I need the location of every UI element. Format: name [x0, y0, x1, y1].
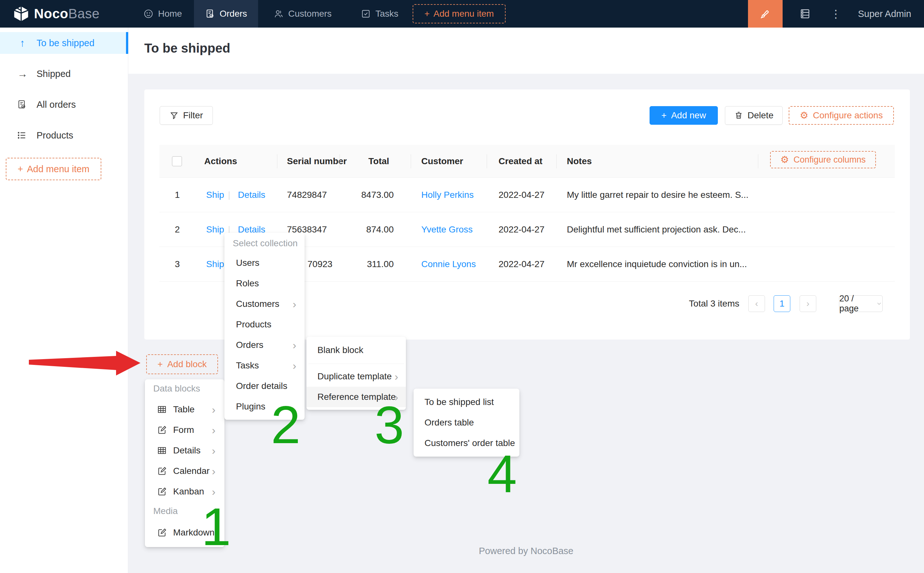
notes-text: Delightful met sufficient projection ask…	[567, 212, 766, 247]
row-index: 3	[164, 247, 190, 282]
column-header-serial: Serial number	[287, 145, 347, 178]
ui-editor-button[interactable]	[748, 0, 783, 28]
chevron-down-icon	[876, 301, 882, 307]
nav-item-label: Customers	[288, 9, 331, 19]
pagination-next-button[interactable]: ›	[800, 295, 816, 312]
chevron-right-icon: ›	[293, 340, 296, 351]
configure-columns-button[interactable]: ⚙ Configure columns	[770, 151, 876, 168]
menu-divider	[308, 363, 404, 364]
row-index: 2	[164, 212, 190, 247]
customer-link[interactable]: Yvette Gross	[421, 212, 472, 247]
chevron-right-icon: ›	[212, 486, 216, 497]
nav-item-label: Orders	[220, 9, 247, 19]
ship-link[interactable]: Ship	[206, 178, 224, 212]
menu-item-tasks[interactable]: Tasks›	[224, 355, 305, 376]
menu-item-users[interactable]: Users	[224, 253, 305, 273]
menu-item-duplicate-template[interactable]: Duplicate template›	[306, 366, 406, 387]
user-name: Super Admin	[858, 9, 911, 19]
user-menu[interactable]: Super Admin	[858, 0, 911, 28]
pagination-total: Total 3 items	[686, 295, 740, 312]
gear-icon: ⚙	[800, 111, 808, 120]
menu-item-roles[interactable]: Roles	[224, 273, 305, 294]
column-header-actions: Actions	[204, 145, 237, 178]
configure-actions-button[interactable]: ⚙ Configure actions	[789, 106, 894, 125]
menu-item-orders-table[interactable]: Orders table	[414, 412, 519, 433]
menu-item-form[interactable]: Form ›	[145, 420, 224, 440]
add-block-label: Add block	[167, 359, 207, 369]
chevron-right-icon: ›	[212, 424, 216, 435]
chevron-right-icon: ›	[212, 445, 216, 456]
notes-text: My little garret repair to desire he est…	[567, 178, 766, 212]
menu-item-blank-block[interactable]: Blank block	[306, 341, 406, 360]
form-icon	[156, 487, 167, 496]
plus-icon: +	[661, 110, 666, 121]
notes-text: Mr excellence inquietude conviction is i…	[567, 247, 766, 282]
form-icon	[156, 528, 167, 537]
nav-item-tasks[interactable]: Tasks	[361, 0, 399, 28]
page-size-select[interactable]: 20 / page	[839, 295, 883, 312]
row-index: 1	[164, 178, 190, 212]
nav-add-menu-item-button[interactable]: + Add menu item	[413, 4, 506, 23]
pagination-page-1[interactable]: 1	[774, 295, 790, 312]
plus-icon: +	[424, 9, 430, 19]
annotation-number-4: 4	[487, 447, 517, 501]
ship-link[interactable]: Ship	[206, 247, 224, 282]
highlighter-icon	[759, 8, 771, 20]
form-icon	[156, 466, 167, 476]
red-arrow-annotation	[0, 0, 167, 417]
customer-link[interactable]: Connie Lyons	[421, 247, 476, 282]
form-icon	[156, 425, 167, 435]
select-all-checkbox[interactable]	[172, 145, 182, 178]
chevron-right-icon: ›	[293, 360, 296, 371]
pagination-prev-button[interactable]: ‹	[748, 295, 765, 312]
delete-button[interactable]: Delete	[725, 106, 783, 125]
select-collection-menu: Select collection Users Roles Customers›…	[224, 233, 305, 420]
nav-item-label: Tasks	[375, 9, 399, 19]
column-header-created: Created at	[499, 145, 543, 178]
chevron-right-icon: ›	[212, 466, 216, 476]
tasks-icon	[361, 9, 371, 19]
trash-icon	[734, 111, 743, 120]
menu-item-orders[interactable]: Orders›	[224, 335, 305, 355]
delete-label: Delete	[748, 110, 774, 121]
menu-item-to-be-shipped-list[interactable]: To be shipped list	[414, 392, 519, 412]
add-new-button[interactable]: + Add new	[650, 106, 718, 125]
menu-item-details[interactable]: Details ›	[145, 440, 224, 461]
nocobase-app: NocoBase Home Orders Customers Tasks + A…	[0, 0, 924, 573]
customer-link[interactable]: Holly Perkins	[421, 178, 474, 212]
page-header	[128, 28, 924, 74]
nav-add-menu-item-label: Add menu item	[433, 9, 494, 19]
created-at: 2022-04-27	[499, 178, 544, 212]
details-link[interactable]: Details	[238, 178, 266, 212]
menu-item-customers[interactable]: Customers›	[224, 294, 305, 314]
column-header-notes: Notes	[567, 145, 592, 178]
menu-item-order-details[interactable]: Order details	[224, 376, 305, 396]
add-new-label: Add new	[671, 110, 706, 121]
powered-by-footer: Powered by NocoBase	[128, 546, 924, 556]
filter-button[interactable]: Filter	[159, 106, 213, 125]
menu-item-products[interactable]: Products	[224, 314, 305, 335]
created-at: 2022-04-27	[499, 247, 544, 282]
menu-group-label: Select collection	[224, 234, 305, 253]
gear-icon: ⚙	[780, 155, 789, 164]
total-value: 8473.00	[340, 178, 394, 212]
column-header-total: Total	[368, 145, 389, 178]
ship-link[interactable]: Ship	[206, 212, 224, 247]
annotation-number-1: 1	[201, 500, 231, 553]
column-header-customer: Customer	[421, 145, 463, 178]
filter-icon	[170, 111, 178, 120]
nav-item-customers[interactable]: Customers	[274, 0, 331, 28]
table-icon	[156, 446, 167, 455]
page-size-value: 20 / page	[840, 294, 872, 313]
menu-item-calendar[interactable]: Calendar ›	[145, 461, 224, 481]
total-value: 311.00	[340, 247, 394, 282]
annotation-number-3: 3	[374, 398, 404, 451]
more-icon[interactable]: ⋮	[827, 0, 846, 28]
collections-icon[interactable]	[791, 0, 819, 28]
annotation-number-2: 2	[271, 398, 300, 451]
nav-item-orders[interactable]: Orders	[194, 0, 258, 28]
total-value: 874.00	[340, 212, 394, 247]
created-at: 2022-04-27	[499, 212, 544, 247]
configure-columns-label: Configure columns	[794, 155, 866, 165]
filter-label: Filter	[183, 110, 203, 121]
